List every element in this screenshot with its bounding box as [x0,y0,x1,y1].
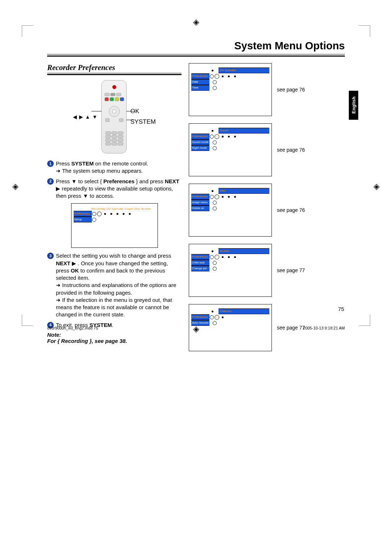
step-2: 2 Press ▼ to select { Preferences } and … [47,178,181,200]
step-3: 3 Select the setting you wish to change … [47,252,181,318]
page-number: 75 [338,306,344,312]
submenu-header: Sound [219,128,269,134]
footer-timestamp: 2005-10-13 9:18:21 AM [303,326,345,330]
submenu-screenshot: DiscPreferencesAdapt menuDelete all [189,184,272,237]
preferences-menu-screenshot: Recording DV Specials Sound Disc Access … [71,203,158,248]
system-button-label: SYSTEM [130,117,156,127]
remote-diagram: ◀ ▶ ▲ ▼ [47,80,181,153]
menu-item: Sound mode [191,139,209,145]
menu-item: Preferences [191,134,209,139]
menu-item: Change pin [191,266,209,271]
step-number: 3 [47,253,54,259]
see-page-ref: see page 76 [277,207,305,213]
menu-item: Date [191,79,209,85]
menu-item: Preferences [191,194,209,200]
submenu-header: Features [219,308,269,314]
see-page-ref: see page 76 [277,87,305,93]
menu-item: Preferences [191,314,209,320]
submenu-block: SoundPreferencesSound modeNight modesee … [189,123,345,176]
submenu-block: AccessPreferencesChild lockChange pinsee… [189,244,345,297]
submenu-screenshot: DV SpecialsPreferencesDateTime [189,63,272,116]
menu-item: Preferences [191,254,209,260]
menu-item: Time [191,85,209,91]
see-page-ref: see page 77 [277,267,305,273]
arrow-keys-label: ◀ ▶ ▲ ▼ [73,114,98,120]
menu-tabs: Recording DV Specials Sound Disc Access [74,207,155,210]
menu-item: Adapt menu [191,200,209,205]
menu-item: Preferences [191,73,209,79]
submenu-screenshot: SoundPreferencesSound modeNight mode [189,123,272,176]
step-1: 1 Press SYSTEM on the remote control. ➜ … [47,160,181,175]
registration-mark-icon: ◈ [193,17,199,27]
submenu-header: Access [219,248,269,254]
step-number: 1 [47,160,54,167]
page-title: System Menu Options [47,40,345,54]
ok-button-label: OK [130,106,156,117]
note-text: For { Recording }, see page 38. [47,338,181,344]
registration-mark-icon: ◈ [373,182,380,191]
menu-item: Delete all [191,205,209,211]
language-tab: English [349,91,358,120]
submenu-header: Disc [219,188,269,194]
submenu-header: DV Specials [219,67,269,73]
submenu-block: DiscPreferencesAdapt menuDelete allsee p… [189,184,345,237]
menu-item: Night mode [191,145,209,151]
submenu-screenshot: AccessPreferencesChild lockChange pin [189,244,272,297]
menu-item: Preferences [74,211,92,217]
note-block: Note: For { Recording }, see page 38. [47,332,181,344]
section-heading: Recorder Preferences [47,63,181,73]
registration-mark-icon: ◈ [12,182,19,191]
see-page-ref: see page 76 [277,147,305,153]
submenu-block: DV SpecialsPreferencesDateTimesee page 7… [189,63,345,116]
menu-item: Setup [74,217,92,222]
note-label: Note: [47,332,181,338]
menu-item: Child lock [191,260,209,266]
footer-filename: dvdr9000h_eu_eng2.indd 75 [47,326,98,330]
remote-control-icon [101,80,127,153]
step-number: 2 [47,178,54,185]
